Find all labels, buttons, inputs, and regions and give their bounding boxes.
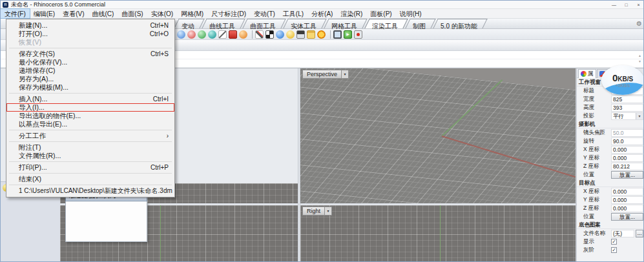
menubar-item-render[interactable]: 渲染(R) [337,9,366,18]
tab-surface-tools[interactable]: 曲面工具 [242,19,286,28]
menu-item-notes[interactable]: 附注(T) [6,143,174,152]
menubar-item-mesh[interactable]: 网格(M) [177,9,207,18]
close-button[interactable]: × [632,1,644,9]
record-icon[interactable] [354,30,362,39]
row-cam-x: X 座标 0.000 [577,145,644,154]
viewport-perspective[interactable]: Perspective ▾ [300,68,576,203]
gear-icon[interactable]: ⚙ [636,20,642,27]
minimize-button[interactable]: — [608,1,620,9]
viewport-height-value[interactable]: 393 [611,104,643,112]
tab-solid-tools[interactable]: 实体工具 [283,19,326,28]
tab-properties[interactable]: 属 [578,69,596,78]
command-scrollbar[interactable]: ▲ ▼ [637,53,643,65]
menu-item-export-selected[interactable]: 导出选取的物件(E)... [6,112,174,120]
camera-y-value[interactable]: 0.000 [611,154,643,162]
monitor-icon[interactable] [333,30,342,39]
menu-item-revert: 恢复(V) [6,38,174,46]
teal-sphere-icon[interactable] [208,30,216,39]
grayscale-checkbox[interactable]: ✓ [611,247,617,253]
menu-item-insert[interactable]: 插入(N)...Ctrl+I [6,95,174,103]
menu-item-new[interactable]: 新建(N)...Ctrl+N [6,21,174,30]
show-checkbox[interactable]: ✓ [611,239,617,245]
flower-icon[interactable] [187,30,196,39]
menu-item-recent-file[interactable]: 1 C:\Users\VULCAN\Desktop\新建文件夹\未命名.3dm [6,186,174,195]
folder-icon[interactable] [307,30,315,39]
camera-z-value[interactable]: 80.212 [611,163,643,170]
menubar-item-curve[interactable]: 曲线(C) [88,9,118,18]
viewport-menu-arrow-icon[interactable]: ▾ [325,207,332,216]
eyedropper-icon[interactable] [255,30,264,39]
network-speed-value: 0KB/S [612,72,633,83]
tab-transform[interactable]: 变动 [174,19,204,28]
section-wallpaper: 底色图案 [577,221,644,229]
menu-item-exit[interactable]: 结束(X) [6,175,174,183]
properties-panel: 属 图 工作视窗 标题 Top 宽度 825 高度 [577,68,644,262]
menubar-item-file[interactable]: 文件(F) [1,9,30,18]
checker-icon[interactable] [265,30,274,39]
tab-new-features[interactable]: 5.0 的新功能 [433,19,487,28]
menu-item-open[interactable]: 打开(O)...Ctrl+O [6,30,174,38]
clapper-icon[interactable] [296,30,305,39]
menubar-item-help[interactable]: 说明(H) [396,9,426,18]
row-target-y: Y 座标 0.000 [577,196,644,204]
play-icon[interactable]: ▶ [344,30,352,39]
target-z-value[interactable]: 0.000 [611,205,643,212]
menu-item-save-small[interactable]: 最小化保存(V)... [6,58,174,66]
maximize-button[interactable]: □ [620,1,632,9]
globe-icon[interactable] [177,30,185,39]
menu-item-incremental-save[interactable]: 递增保存(C) [6,66,174,75]
menu-item-file-properties[interactable]: 文件属性(R)... [6,152,174,160]
viewport-label-right[interactable]: Right [302,207,325,216]
camera-place-button[interactable]: 放置... [611,171,643,179]
curve-icon[interactable] [218,30,227,39]
menubar-item-edit[interactable]: 编辑(E) [30,9,59,18]
menu-item-worksession[interactable]: 分工工作› [6,132,174,140]
menu-item-print[interactable]: 打印(P)...Ctrl+P [6,163,174,172]
menubar-item-surface[interactable]: 曲面(S) [118,9,147,18]
red-box-icon[interactable] [229,30,237,39]
network-speed-circle[interactable]: 0KB/S +0KB/s [601,65,644,95]
viewport-right[interactable]: Right ▾ [300,205,576,262]
menubar-item-tools[interactable]: 工具(L) [279,9,307,18]
lamp-icon[interactable] [286,30,295,39]
menu-item-save[interactable]: 保存文件(S)Ctrl+S [6,50,174,58]
viewport-label-perspective[interactable]: Perspective [302,70,342,79]
sun-icon[interactable] [317,30,326,39]
menubar-item-solid[interactable]: 实体(O) [147,9,177,18]
menubar-item-view[interactable]: 查看(V) [59,9,88,18]
row-cam-place: 位置 放置... [577,170,644,179]
camera-x-value[interactable]: 0.000 [611,146,643,154]
scroll-up-icon[interactable]: ▲ [638,53,641,59]
menubar-item-dimension[interactable]: 尺寸标注(D) [207,9,250,18]
menubar-item-analyze[interactable]: 分析(A) [307,9,337,18]
viewport-vertical-divider[interactable] [298,68,300,262]
orange-sphere-icon[interactable] [239,30,247,39]
wallpaper-filename-value[interactable]: (无) [611,230,634,237]
target-place-button[interactable]: 放置... [611,213,643,221]
blue-sphere-icon[interactable] [276,30,284,39]
rotation-value[interactable]: 90.0 [611,137,643,145]
tab-drafting[interactable]: 制图 [405,19,435,28]
row-target-place: 位置 放置... [577,212,644,221]
network-speed-bubble[interactable]: 0KB/S +0KB/s [599,65,644,96]
browse-button[interactable]: ... [636,230,643,237]
menu-item-save-as[interactable]: 另存为(A)... [6,75,174,83]
perspective-ground-plane [300,68,576,203]
menubar-item-transform[interactable]: 变动(T) [250,9,279,18]
target-x-value[interactable]: 0.000 [611,188,643,196]
menu-item-export-with-origin[interactable]: 以基点导出(E)... [6,120,174,128]
tab-mesh-tools[interactable]: 网格工具 [324,19,367,28]
menubar-item-panels[interactable]: 面板(P) [366,9,395,18]
projection-select[interactable]: 平行▾ [611,112,643,120]
tab-render-tools[interactable]: 渲染工具 [364,19,408,28]
scroll-down-icon[interactable]: ▼ [638,59,641,65]
viewport-menu-arrow-icon[interactable]: ▾ [342,70,349,79]
viewport-width-value[interactable]: 825 [611,96,643,103]
tab-curve-tools[interactable]: 曲线工具 [202,19,245,28]
target-y-value[interactable]: 0.000 [611,196,643,204]
menu-item-save-as-template[interactable]: 保存为模板(M)... [6,83,174,92]
green-globe-icon[interactable] [198,30,206,39]
menu-item-import[interactable]: 导入(I)... [6,103,174,112]
chevron-down-icon[interactable]: ▾ [636,113,643,119]
submenu-arrow-icon: › [167,132,169,140]
